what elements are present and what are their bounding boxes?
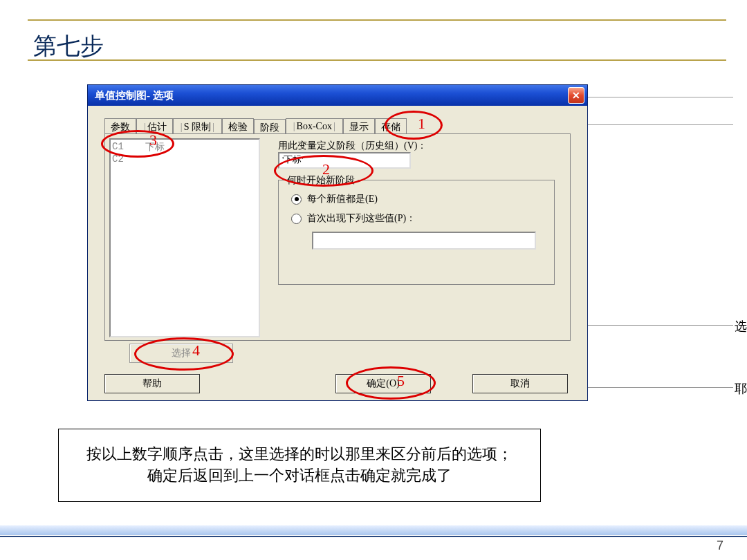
- values-input[interactable]: [312, 232, 536, 250]
- new-stage-group: 何时开始新阶段 每个新值都是(E) 首次出现下列这些值(P)：: [278, 180, 555, 285]
- bg-text-2: 耶: [735, 380, 747, 397]
- bg-text-1: 选: [735, 318, 747, 335]
- ok-button[interactable]: 确定(O): [335, 374, 431, 393]
- list-item[interactable]: C2: [112, 153, 257, 165]
- caption-box: 按以上数字顺序点击，这里选择的时以那里来区分前后的选项； 确定后返回到上一个对话…: [58, 429, 541, 502]
- close-icon[interactable]: ✕: [568, 87, 584, 104]
- radio-icon: [291, 194, 302, 205]
- page-number: 7: [717, 539, 723, 553]
- dialog-titlebar[interactable]: 单值控制图- 选项 ✕: [88, 85, 587, 106]
- annotation-num-4: 4: [192, 342, 200, 360]
- variable-listbox[interactable]: C1 下标 C2: [109, 138, 260, 337]
- radio-first-occurrence[interactable]: 首次出现下列这些值(P)：: [291, 212, 416, 225]
- annotation-num-5: 5: [397, 372, 405, 390]
- cancel-button[interactable]: 取消: [472, 374, 568, 393]
- caption-line-2: 确定后返回到上一个对话框点击确定就完成了: [147, 467, 452, 484]
- radio-every-new-value[interactable]: 每个新值都是(E): [291, 193, 378, 205]
- tab-panel: C1 下标 C2 用此变量定义阶段（历史组）(V)： '下标' 何时开始新阶段 …: [104, 133, 571, 341]
- title-rule: [28, 19, 726, 61]
- stage-variable-input[interactable]: '下标': [278, 152, 411, 169]
- caption-line-1: 按以上数字顺序点击，这里选择的时以那里来区分前后的选项；: [86, 445, 513, 463]
- annotation-num-1: 1: [418, 115, 425, 133]
- footer-band: [0, 525, 747, 535]
- help-button[interactable]: 帮助: [104, 374, 200, 393]
- var-label: 用此变量定义阶段（历史组）(V)：: [278, 140, 427, 152]
- slide: 第七步 选 耶 单值控制图- 选项 ✕ 参数 |估计 |S 限制| 检验 阶段 …: [0, 0, 747, 560]
- slide-title: 第七步: [33, 30, 104, 62]
- list-item[interactable]: C1 下标: [112, 141, 257, 153]
- select-button[interactable]: 选择: [129, 344, 233, 363]
- annotation-num-3: 3: [149, 131, 157, 149]
- group-legend: 何时开始新阶段: [284, 174, 358, 187]
- footer-line: [0, 536, 747, 537]
- dialog-title: 单值控制图- 选项: [95, 89, 174, 102]
- radio-icon: [291, 214, 302, 224]
- options-dialog: 单值控制图- 选项 ✕ 参数 |估计 |S 限制| 检验 阶段 |Box-Cox…: [87, 84, 588, 401]
- annotation-num-2: 2: [322, 160, 330, 178]
